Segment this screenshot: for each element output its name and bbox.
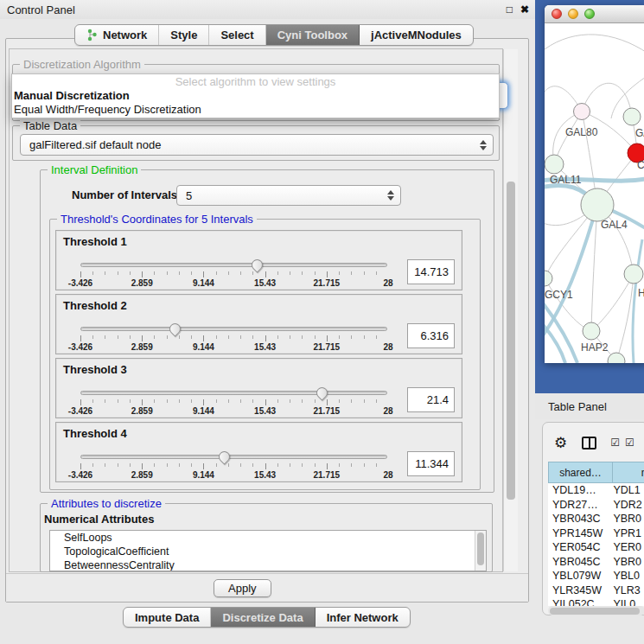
- table-cell: YLR345W: [548, 583, 609, 598]
- tab-label: Network: [103, 29, 147, 41]
- tick-label: 28: [383, 406, 392, 416]
- tab-jactivemnodules[interactable]: jActiveMNodules: [360, 25, 473, 45]
- threshold-slider-track[interactable]: [80, 263, 387, 267]
- combo-arrows-icon: [480, 140, 487, 150]
- table-row[interactable]: YBR043CYBR0: [548, 512, 644, 526]
- numerical-attributes-label: Numerical Attributes: [44, 513, 154, 526]
- tab-network[interactable]: Network: [75, 25, 159, 45]
- bottom-tab-infer-network[interactable]: Infer Network: [316, 608, 410, 627]
- algorithm-placeholder-item[interactable]: Select algorithm to view settings: [12, 74, 499, 89]
- node-gcy1[interactable]: [545, 271, 552, 286]
- table-cell: YBR0: [609, 555, 644, 570]
- tab-style[interactable]: Style: [159, 25, 209, 45]
- table-cell: YDR27…: [548, 498, 609, 513]
- node-gal11[interactable]: [545, 155, 564, 174]
- table-row[interactable]: YBL079WYBL0: [548, 569, 644, 583]
- threshold-slider-handle[interactable]: [168, 321, 183, 336]
- bottom-tab-impute-data[interactable]: Impute Data: [124, 608, 211, 627]
- table-row[interactable]: YER054CYER0: [548, 540, 644, 555]
- attribute-list-item[interactable]: BetweennessCentrality: [50, 558, 486, 571]
- threshold-slider-track[interactable]: [80, 455, 387, 459]
- tick-label: 15.43: [254, 342, 276, 352]
- column-header-name[interactable]: na: [612, 462, 644, 483]
- bottom-tab-discretize-data[interactable]: Discretize Data: [211, 608, 315, 627]
- threshold-slider-handle[interactable]: [249, 257, 265, 272]
- attribute-list-item[interactable]: TopologicalCoefficient: [50, 545, 486, 558]
- algorithm-option-equal-width[interactable]: Equal Width/Frequency Discretization: [12, 103, 499, 117]
- threshold-value-field[interactable]: 11.344: [407, 451, 455, 476]
- table-row[interactable]: YIL052CYIL0: [548, 597, 644, 606]
- node-label: GAL4: [601, 219, 628, 231]
- attributes-scrollbar-thumb[interactable]: [477, 532, 484, 565]
- close-panel-button[interactable]: ✖: [520, 4, 529, 15]
- node-top-right[interactable]: [623, 108, 641, 125]
- node-gal80[interactable]: [574, 104, 590, 120]
- tab-cyni-toolbox[interactable]: Cyni Toolbox: [266, 25, 360, 45]
- table-data-value: galFiltered.sif default node: [29, 138, 161, 151]
- table-row[interactable]: YPR145WYPR1: [548, 526, 644, 541]
- tick-label: 2.859: [131, 342, 153, 352]
- threshold-slider-handle[interactable]: [314, 385, 329, 400]
- node-hap2[interactable]: [583, 322, 600, 340]
- panel-scrollbar-thumb[interactable]: [507, 182, 515, 500]
- algorithm-option-manual[interactable]: Manual Discretization: [12, 89, 499, 103]
- interval-definition-group: Interval Definition Number of Intervals …: [40, 169, 494, 493]
- top-tab-bar: NetworkStyleSelectCyni ToolboxjActiveMNo…: [74, 24, 474, 46]
- threshold-value-field[interactable]: 6.316: [407, 323, 455, 348]
- tab-select[interactable]: Select: [209, 25, 265, 45]
- table-header-row: shared… na: [548, 462, 644, 483]
- gear-icon[interactable]: ⚙: [554, 436, 567, 450]
- threshold-value-field[interactable]: 21.4: [407, 387, 455, 412]
- threshold-box: Threshold 4 -3.4262.8599.14415.4321.7152…: [55, 422, 462, 482]
- bottom-tab-bar: Impute DataDiscretize DataInfer Network: [123, 607, 411, 628]
- node-right[interactable]: [624, 265, 643, 284]
- tick-label: 2.859: [131, 406, 153, 416]
- minimize-window-icon[interactable]: [568, 9, 578, 19]
- close-window-icon[interactable]: [552, 9, 562, 19]
- discretization-algorithm-title: Discretization Algorithm: [20, 58, 144, 71]
- slider-ticks: [80, 399, 388, 405]
- table-cell: YPR145W: [548, 526, 609, 541]
- table-row[interactable]: YDR27…YDR2: [548, 498, 644, 513]
- panel-scrollbar[interactable]: [503, 49, 518, 571]
- number-of-intervals-value: 5: [186, 189, 192, 202]
- attributes-group-title: Attributes to discretize: [48, 497, 165, 510]
- tick-label: 2.859: [131, 278, 153, 288]
- tick-label: -3.426: [68, 278, 92, 288]
- tick-label: 9.144: [193, 470, 214, 480]
- table-panel-header: Table Panel: [535, 393, 644, 419]
- table-row[interactable]: YDL19…YDL1: [548, 483, 644, 498]
- attribute-list-item[interactable]: SelfLoops: [50, 531, 486, 545]
- number-of-intervals-select[interactable]: 5: [176, 185, 401, 206]
- node-gal4[interactable]: [581, 188, 614, 221]
- table-row[interactable]: YLR345WYLR3: [548, 583, 644, 598]
- attributes-items: SelfLoopsTopologicalCoefficientBetweenne…: [50, 531, 486, 571]
- zoom-window-icon[interactable]: [584, 9, 595, 19]
- split-column-icon[interactable]: [582, 437, 596, 450]
- table-hscrollbar-thumb[interactable]: [550, 608, 640, 615]
- threshold-slider-track[interactable]: [80, 391, 387, 395]
- threshold-value-field[interactable]: 14.713: [407, 259, 455, 284]
- network-canvas[interactable]: GAL80 GA C GAL11 GAL4 H GCY1 HAP2: [545, 23, 644, 363]
- slider-ticks: [80, 463, 388, 469]
- tab-label: Impute Data: [135, 611, 199, 624]
- column-header-shared[interactable]: shared…: [548, 462, 612, 483]
- threshold-box: Threshold 3 -3.4262.8599.14415.4321.7152…: [55, 358, 462, 418]
- thresholds-group-title: Threshold's Coordinates for 5 Intervals: [57, 213, 257, 226]
- threshold-slider-track[interactable]: [80, 327, 387, 331]
- table-cell: YDL1: [609, 483, 644, 498]
- table-data-title: Table Data: [20, 119, 80, 132]
- apply-button[interactable]: Apply: [214, 579, 271, 597]
- float-window-button[interactable]: □: [507, 4, 513, 15]
- table-cell: YER0: [609, 540, 644, 555]
- node-label: HAP2: [581, 341, 609, 354]
- table-row[interactable]: YBR045CYBR0: [548, 555, 644, 570]
- threshold-slider-handle[interactable]: [216, 449, 232, 464]
- table-data-select[interactable]: galFiltered.sif default node: [20, 134, 494, 156]
- table-cell: YBR045C: [548, 555, 609, 570]
- attributes-list-scrollbar[interactable]: [475, 531, 486, 571]
- checkbox-icon[interactable]: ☑: [625, 437, 634, 448]
- table-hscrollbar[interactable]: [548, 606, 644, 615]
- slider-tick-labels: -3.4262.8599.14415.4321.71528: [80, 406, 388, 417]
- checkbox-icon[interactable]: ☑: [610, 437, 620, 448]
